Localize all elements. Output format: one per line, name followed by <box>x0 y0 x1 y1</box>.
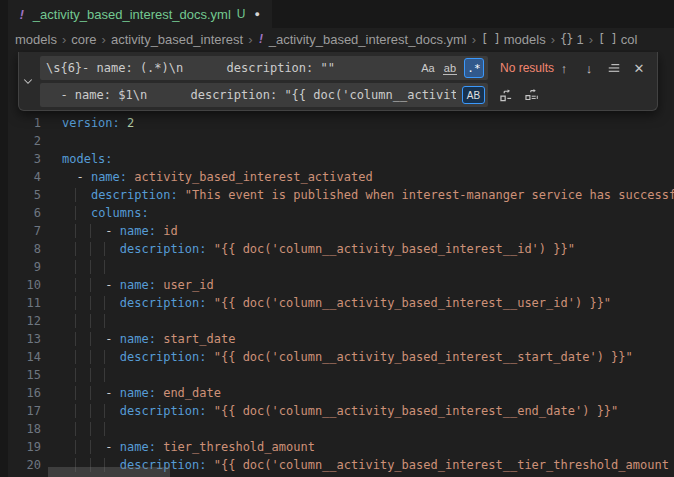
tab-bar: ! _activity_based_interest_docs.yml U ● <box>8 0 674 28</box>
breadcrumb-item[interactable]: !_activity_based_interest_docs.yml <box>258 32 467 47</box>
code-line[interactable]: models: <box>62 150 674 168</box>
line-number[interactable]: 13 <box>8 330 54 348</box>
match-case-button[interactable]: Aa <box>418 58 438 78</box>
code-segment-i <box>62 332 91 346</box>
code-segment-n: 2 <box>127 116 134 130</box>
line-number[interactable]: 6 <box>8 204 54 222</box>
line-number[interactable]: 3 <box>8 150 54 168</box>
breadcrumb-item[interactable]: [ ]col <box>598 32 637 47</box>
line-number[interactable]: 10 <box>8 276 54 294</box>
code-segment-s: tier_threshold_amount <box>156 440 315 454</box>
breadcrumb-item[interactable]: models <box>15 32 57 47</box>
line-number[interactable]: 16 <box>8 384 54 402</box>
code-segment-p <box>105 404 119 418</box>
code-line[interactable]: description: "{{ doc('column__activity_b… <box>62 402 674 420</box>
line-number[interactable]: 9 <box>8 258 54 276</box>
code-segment-p: - <box>91 224 120 238</box>
code-line[interactable]: columns: <box>62 204 674 222</box>
code-line[interactable] <box>62 312 674 330</box>
code-line[interactable]: description: "{{ doc('column__activity_b… <box>62 240 674 258</box>
code-segment-i <box>62 422 105 436</box>
yaml-file-icon: ! <box>18 7 26 22</box>
toggle-replace-button[interactable] <box>19 52 38 110</box>
find-in-selection-button[interactable] <box>604 58 624 78</box>
breadcrumb-label: _activity_based_interest_docs.yml <box>269 32 467 47</box>
code-segment-s: "{{ doc('column__activity_based_interest… <box>207 350 633 364</box>
code-line[interactable]: - name: tier_threshold_amount <box>62 438 674 456</box>
code-segment-s: end_date <box>156 386 221 400</box>
code-segment-i <box>62 440 91 454</box>
line-number[interactable]: 2 <box>8 132 54 150</box>
code-line[interactable] <box>62 366 674 384</box>
code-segment-p: - <box>91 332 120 346</box>
replace-input[interactable]: - name: $1\n description: "{{ doc('colum… <box>40 83 488 107</box>
line-number[interactable]: 14 <box>8 348 54 366</box>
code-line[interactable]: - name: activity_based_interest_activate… <box>62 168 674 186</box>
code-line[interactable]: description: "{{ doc('column__activity_b… <box>62 348 674 366</box>
code-segment-k: description: <box>120 350 207 364</box>
code-segment-i <box>62 278 91 292</box>
unsaved-dot-icon[interactable]: ● <box>255 9 260 19</box>
breadcrumb-item[interactable]: [ ]models <box>481 32 546 47</box>
code-segment-i <box>62 350 105 364</box>
close-find-button[interactable]: ✕ <box>629 58 649 78</box>
line-number[interactable]: 19 <box>8 438 54 456</box>
breadcrumb-item[interactable]: {}1 <box>560 32 584 47</box>
code-segment-s: "{{ doc('column__activity_based_interest… <box>207 242 575 256</box>
code-segment-s: start_date <box>156 332 235 346</box>
use-regex-button[interactable]: .* <box>464 58 484 78</box>
code-segment-s: "{{ doc('column__activity_based_interest… <box>207 404 619 418</box>
yaml-icon: ! <box>258 32 265 46</box>
code-segment-s: "{{ doc('column__activity_based_interest… <box>207 296 612 310</box>
code-segment-k: description: <box>120 404 207 418</box>
code-area[interactable]: version: 2models: - name: activity_based… <box>62 114 674 474</box>
code-segment-k: name: <box>120 440 156 454</box>
breadcrumb-label: models <box>504 32 546 47</box>
code-segment-p <box>105 296 119 310</box>
symbol-array-icon: [ ] <box>481 32 500 46</box>
code-segment-s: "{{ doc('column__activity_based_interest… <box>207 458 669 472</box>
vscode-window: ! _activity_based_interest_docs.yml U ● … <box>0 0 674 477</box>
code-segment-k: name: <box>120 278 156 292</box>
line-number[interactable]: 12 <box>8 312 54 330</box>
breadcrumb-label: models <box>15 32 57 47</box>
line-number[interactable]: 7 <box>8 222 54 240</box>
replace-all-button[interactable] <box>522 85 542 105</box>
breadcrumb-item[interactable]: core <box>71 32 96 47</box>
find-input[interactable]: \s{6}- name: (.*)\n description: "" Aa a… <box>40 56 488 80</box>
line-number[interactable]: 15 <box>8 366 54 384</box>
editor-pane[interactable]: 1234567891011121314151617181920 version:… <box>8 50 674 477</box>
code-line[interactable]: description: "{{ doc('column__activity_b… <box>62 294 674 312</box>
code-segment-i <box>62 206 76 220</box>
preserve-case-button[interactable]: AB <box>462 86 485 104</box>
code-segment-k: columns: <box>91 206 149 220</box>
code-segment-p: - <box>91 386 120 400</box>
line-number[interactable]: 4 <box>8 168 54 186</box>
code-line[interactable]: - name: start_date <box>62 330 674 348</box>
breadcrumb-separator-icon: › <box>62 32 66 47</box>
line-number[interactable]: 1 <box>8 114 54 132</box>
code-line[interactable]: - name: end_date <box>62 384 674 402</box>
code-line[interactable]: - name: user_id <box>62 276 674 294</box>
code-line[interactable] <box>62 420 674 438</box>
code-line[interactable]: - name: id <box>62 222 674 240</box>
breadcrumb-item[interactable]: activity_based_interest <box>111 32 243 47</box>
line-number[interactable]: 8 <box>8 240 54 258</box>
code-segment-p: - <box>91 278 120 292</box>
code-line[interactable] <box>62 258 674 276</box>
replace-button[interactable] <box>496 85 516 105</box>
line-number[interactable]: 5 <box>8 186 54 204</box>
horizontal-scrollbar-thumb[interactable] <box>48 467 170 477</box>
line-number[interactable]: 17 <box>8 402 54 420</box>
code-line[interactable]: version: 2 <box>62 114 674 132</box>
code-line[interactable] <box>62 132 674 150</box>
code-segment-p <box>105 350 119 364</box>
line-number[interactable]: 11 <box>8 294 54 312</box>
previous-match-button[interactable]: ↑ <box>554 58 574 78</box>
whole-word-button[interactable]: ab <box>440 58 460 78</box>
find-nav-buttons: ↑ ↓ ✕ <box>554 58 649 78</box>
next-match-button[interactable]: ↓ <box>579 58 599 78</box>
code-line[interactable]: description: "This event is published wh… <box>62 186 674 204</box>
tab-active-yaml-file[interactable]: ! _activity_based_interest_docs.yml U ● <box>8 0 272 28</box>
line-number[interactable]: 18 <box>8 420 54 438</box>
